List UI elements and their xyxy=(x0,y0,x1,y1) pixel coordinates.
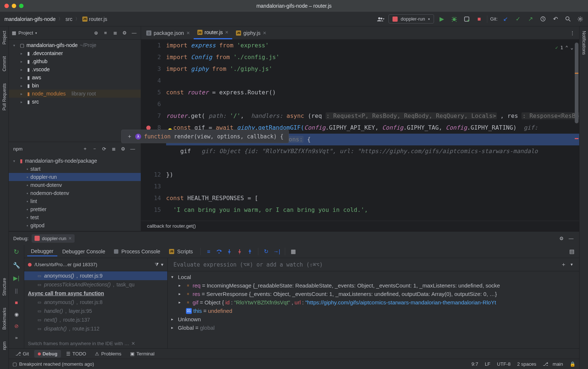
project-tree[interactable]: ▾ ▢ mandalorian-gifs-node ~/Proje ▸▮.dev… xyxy=(9,40,141,142)
evaluate-expression-icon[interactable]: ▦ xyxy=(289,247,298,256)
drop-frame-icon[interactable]: ↻ xyxy=(262,247,271,256)
btool-git[interactable]: ⎇Git xyxy=(12,350,33,358)
chevron-down-icon[interactable]: ▾ xyxy=(161,262,164,268)
expand-all-icon[interactable]: ≡ xyxy=(102,29,109,37)
vcs-rollback-icon[interactable]: ↶ xyxy=(551,14,560,24)
remove-icon[interactable]: － xyxy=(91,145,98,152)
npm-script-nodemon-dotenv[interactable]: ●nodemon-dotenv xyxy=(9,189,141,197)
tool-commit[interactable]: Commit xyxy=(1,55,8,73)
npm-package-row[interactable]: ▾ ▮ mandalorian-gifs-node/package xyxy=(9,157,141,165)
tab-close-icon[interactable]: ✕ xyxy=(225,30,229,35)
var-gif[interactable]: ▸≡gif = Object {id: "RloYtwYBZfXfn9sVqt"… xyxy=(168,298,579,307)
frame-row[interactable]: ▭anonymous(), router.js:8 xyxy=(24,298,167,307)
step-into-icon[interactable] xyxy=(225,247,234,256)
code-with-me-icon[interactable]: ▾ xyxy=(376,14,386,24)
frame-row[interactable]: ▭next(), route.js:137 xyxy=(24,315,167,324)
dbg-tab-debugger[interactable]: Debugger xyxy=(27,247,57,256)
vcs-history-icon[interactable] xyxy=(538,14,548,24)
npm-script-gitpod[interactable]: ●gitpod xyxy=(9,221,141,229)
tree-root[interactable]: ▾ ▢ mandalorian-gifs-node ~/Proje xyxy=(9,41,141,49)
var-scope-global[interactable]: ▸Global = global xyxy=(168,323,579,332)
debug-run-tab[interactable]: doppler-run ✕ xyxy=(32,234,75,243)
settings-icon[interactable] xyxy=(576,14,585,24)
breadcrumb-item[interactable]: JS router.js xyxy=(81,15,109,23)
thread-selector[interactable]: /Users/rb/Pro…er (pid 18337) ⧩ ▾ xyxy=(24,258,167,271)
line-separator[interactable]: LF xyxy=(485,361,490,367)
frames-list[interactable]: ▭anonymous(), router.js:9 ▭processTicksA… xyxy=(24,271,167,339)
tree-folder[interactable]: ▸▮aws xyxy=(9,73,141,82)
force-step-into-icon[interactable] xyxy=(235,247,244,256)
add-icon[interactable]: ＋ xyxy=(81,145,89,152)
editor-tabs-more-icon[interactable]: ⋮ xyxy=(567,30,578,36)
dbg-tab-debugger-console[interactable]: Debugger Console xyxy=(59,247,109,256)
npm-script-prettier[interactable]: ●prettier xyxy=(9,205,141,213)
collapse-all-icon[interactable]: ≣ xyxy=(111,29,119,37)
dbg-tab-scripts[interactable]: JSScripts xyxy=(165,247,197,256)
tool-pull-requests[interactable]: Pull Requests xyxy=(1,82,8,112)
tab-giphy-js[interactable]: JS giphy.js ✕ xyxy=(232,26,270,39)
npm-settings-icon[interactable]: ⚙ xyxy=(119,145,127,152)
editor-breadcrumb-footer[interactable]: callback for router.get() xyxy=(141,221,579,231)
npm-script-lint[interactable]: ●lint xyxy=(9,197,141,205)
modify-run-config-icon[interactable]: 🔧 xyxy=(13,262,20,269)
project-panel-title[interactable]: ▦ Project ▾ xyxy=(12,30,37,36)
stop-debug-icon[interactable]: ■ xyxy=(15,300,18,305)
frame-row[interactable]: ▭anonymous(), router.js:9 xyxy=(24,271,167,280)
stop-button[interactable]: ■ xyxy=(474,14,484,24)
tab-close-icon[interactable]: ✕ xyxy=(263,30,266,36)
tool-project[interactable]: Project xyxy=(1,29,8,46)
search-everywhere-icon[interactable] xyxy=(563,14,573,24)
editor-scrollbar[interactable] xyxy=(575,40,578,221)
vcs-push-icon[interactable]: ↗ xyxy=(526,14,535,24)
caret-position[interactable]: 9:7 xyxy=(472,361,478,367)
vcs-update-icon[interactable]: ↙ xyxy=(501,14,510,24)
tool-notifications[interactable]: Notifications xyxy=(581,29,587,56)
tree-folder[interactable]: ▸▮src xyxy=(9,98,141,106)
tab-router-js[interactable]: JS router.js ✕ xyxy=(194,26,233,39)
tree-folder[interactable]: ▸▮.devcontainer xyxy=(9,49,141,57)
indent-settings[interactable]: 2 spaces xyxy=(517,361,536,367)
tree-folder[interactable]: ▸▮.github xyxy=(9,57,141,65)
maximize-window-icon[interactable] xyxy=(19,4,24,8)
tool-structure[interactable]: Structure xyxy=(1,276,8,297)
watch-input[interactable]: Evaluate expression (⌥⌘) or add a watch … xyxy=(168,258,579,271)
inspection-badge[interactable]: ✓ 1 ⌃ ⌄ xyxy=(555,42,573,54)
lock-icon[interactable]: 🔒 xyxy=(570,361,576,367)
add-icon[interactable]: ＋ xyxy=(127,133,132,140)
npm-script-mount-dotenv[interactable]: ●mount-dotenv xyxy=(9,181,141,189)
step-over-icon[interactable] xyxy=(215,247,223,256)
frame-row[interactable]: ▭dispatch(), route.js:112 xyxy=(24,324,167,333)
tool-npm[interactable]: npm xyxy=(1,340,8,351)
vcs-commit-icon[interactable]: ✓ xyxy=(513,14,523,24)
panel-settings-icon[interactable]: ⚙ xyxy=(121,29,128,37)
refresh-icon[interactable]: ⟳ xyxy=(100,145,108,152)
npm-tree[interactable]: ▾ ▮ mandalorian-gifs-node/package ●start… xyxy=(9,155,141,231)
run-coverage-button[interactable] xyxy=(462,14,472,24)
chevron-down-icon[interactable]: ▾ xyxy=(570,261,573,268)
var-scope-unknown[interactable]: ▸Unknown xyxy=(168,315,579,323)
tree-folder-node-modules[interactable]: ▸▮node_modules library root xyxy=(9,90,141,98)
debug-settings-icon[interactable]: ⚙ xyxy=(558,235,565,242)
variables-tree[interactable]: ▾Local ▸≡req = IncomingMessage {_readabl… xyxy=(168,271,579,348)
pause-icon[interactable]: || xyxy=(15,287,18,294)
collapse-icon[interactable]: ≣ xyxy=(110,145,117,152)
var-this[interactable]: 01 this = undefined xyxy=(168,307,579,315)
run-to-cursor-icon[interactable]: →| xyxy=(272,247,281,256)
debug-hide-icon[interactable]: — xyxy=(567,235,575,242)
resume-icon[interactable]: ▶| xyxy=(13,275,19,282)
locate-icon[interactable]: ⊕ xyxy=(92,29,100,37)
show-exec-point-icon[interactable]: ≡ xyxy=(204,247,213,256)
frame-row[interactable]: ▭handle(), layer.js:95 xyxy=(24,307,167,315)
tree-folder[interactable]: ▸▮.vscode xyxy=(9,65,141,73)
run-config-selector[interactable]: doppler-run ▾ xyxy=(388,14,434,23)
var-res[interactable]: ▸≡res = ServerResponse {_events: Object,… xyxy=(168,290,579,298)
close-window-icon[interactable] xyxy=(4,4,9,8)
tab-close-icon[interactable]: ✕ xyxy=(186,30,190,36)
close-icon[interactable]: ✕ xyxy=(68,236,72,241)
var-req[interactable]: ▸≡req = IncomingMessage {_readableState:… xyxy=(168,281,579,290)
var-scope-local[interactable]: ▾Local xyxy=(168,273,579,281)
rerun-icon[interactable]: ↻ xyxy=(14,248,19,256)
tab-package-json[interactable]: {} package.json ✕ xyxy=(143,26,194,39)
btool-todo[interactable]: ☰TODO xyxy=(62,350,90,358)
debug-button[interactable] xyxy=(449,14,459,24)
